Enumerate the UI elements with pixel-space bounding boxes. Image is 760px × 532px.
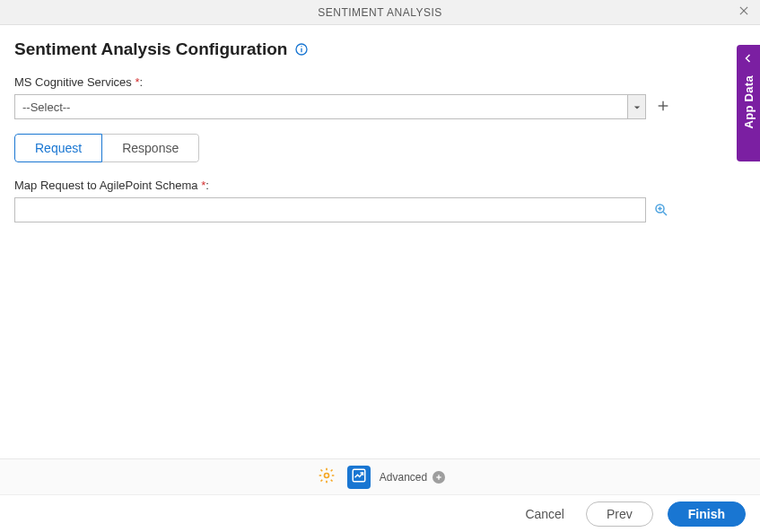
tab-request[interactable]: Request	[14, 134, 102, 162]
cognitive-services-label: MS Cognitive Services *:	[14, 75, 746, 89]
page-title: Sentiment Analysis Configuration	[14, 39, 287, 59]
request-response-tabs: Request Response	[14, 134, 199, 162]
advanced-label: Advanced	[380, 471, 427, 484]
label-colon: :	[139, 75, 143, 89]
map-request-row	[14, 197, 746, 222]
app-data-panel-toggle[interactable]: App Data	[737, 45, 760, 161]
svg-point-4	[301, 46, 302, 47]
map-request-input[interactable]	[14, 197, 646, 222]
gear-icon	[318, 467, 336, 487]
tab-response[interactable]: Response	[102, 134, 199, 162]
plus-icon	[656, 99, 670, 116]
map-request-group: Map Request to AgilePoint Schema *:	[14, 179, 746, 222]
finish-button[interactable]: Finish	[668, 501, 746, 527]
info-icon[interactable]	[294, 42, 309, 57]
app-data-label: App Data	[742, 75, 756, 128]
titlebar: SENTIMENT ANALYSIS	[0, 0, 760, 25]
cognitive-label-text: MS Cognitive Services	[14, 75, 135, 89]
advanced-bar: Advanced	[0, 458, 760, 494]
schema-lookup-button[interactable]	[653, 202, 669, 218]
advanced-toggle[interactable]: Advanced	[380, 471, 445, 484]
chevron-left-icon	[743, 52, 754, 66]
caret-down-icon	[633, 100, 641, 114]
page-title-row: Sentiment Analysis Configuration	[14, 39, 746, 59]
map-request-label: Map Request to AgilePoint Schema *:	[14, 179, 746, 192]
label-colon: :	[205, 179, 209, 192]
search-schema-icon	[653, 202, 669, 218]
svg-point-11	[324, 474, 328, 478]
settings-button[interactable]	[315, 466, 338, 489]
svg-line-8	[663, 212, 667, 215]
prev-button[interactable]: Prev	[586, 501, 653, 527]
main-content: Sentiment Analysis Configuration MS Cogn…	[0, 25, 760, 458]
window-title: SENTIMENT ANALYSIS	[318, 6, 442, 19]
add-cognitive-service-button[interactable]	[655, 99, 671, 115]
cognitive-select-value: --Select--	[15, 95, 627, 118]
expand-advanced-icon	[432, 471, 445, 484]
footer: Cancel Prev Finish	[0, 494, 760, 532]
cognitive-services-select[interactable]: --Select--	[14, 94, 646, 119]
close-button[interactable]	[733, 2, 755, 23]
trend-icon	[351, 467, 367, 486]
map-label-text: Map Request to AgilePoint Schema	[14, 179, 201, 192]
cognitive-services-group: MS Cognitive Services *: --Select--	[14, 75, 746, 119]
cognitive-select-row: --Select--	[14, 94, 746, 119]
trend-button[interactable]	[347, 466, 371, 489]
cognitive-select-dropdown-button[interactable]	[627, 95, 645, 118]
close-icon	[738, 4, 750, 20]
cancel-button[interactable]: Cancel	[518, 501, 572, 527]
